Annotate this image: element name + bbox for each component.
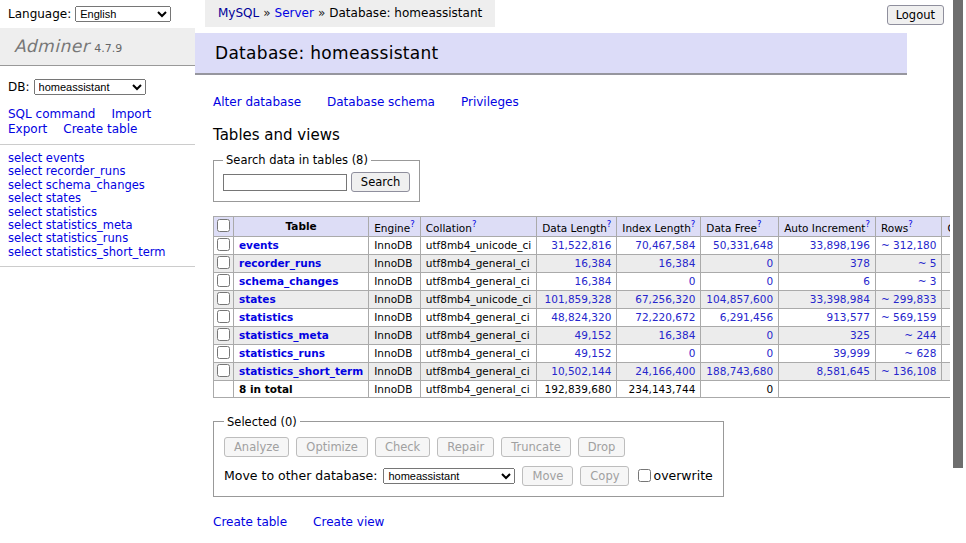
table-name-link[interactable]: statistics_runs	[239, 347, 325, 359]
sidebar-table-link[interactable]: select statistics_meta	[8, 219, 195, 231]
column-header-label: Auto Increment	[784, 222, 865, 234]
sidebar-table-link[interactable]: select events	[8, 152, 195, 164]
data-free-cell: 0	[701, 326, 779, 344]
rows-cell: ~ 628	[875, 344, 942, 362]
bulk-actions: AnalyzeOptimizeCheckRepairTruncateDrop	[224, 437, 713, 457]
column-header: Data Length?	[537, 217, 617, 237]
table-name-link[interactable]: statistics_short_term	[239, 365, 363, 377]
collation-cell: utf8mb4_general_ci	[420, 344, 536, 362]
search-input[interactable]	[223, 174, 347, 191]
table-name-link[interactable]: schema_changes	[239, 275, 339, 287]
column-help-link[interactable]: ?	[472, 219, 477, 229]
total-label: 8 in total	[234, 380, 369, 397]
row-checkbox[interactable]	[217, 328, 230, 341]
select-all-checkbox[interactable]	[217, 219, 230, 232]
row-checkbox[interactable]	[217, 238, 230, 251]
row-checkbox[interactable]	[217, 346, 230, 359]
db-select[interactable]: homeassistant	[34, 79, 146, 95]
create-link[interactable]: Create view	[313, 515, 384, 529]
sidebar-table-link[interactable]: select statistics	[8, 206, 195, 218]
column-help-link[interactable]: ?	[908, 219, 913, 229]
column-header-label: Data Length	[542, 222, 607, 234]
overwrite-checkbox[interactable]	[638, 469, 651, 482]
data-length-cell: 101,859,328	[537, 290, 617, 308]
sidebar-table-link[interactable]: select recorder_runs	[8, 165, 195, 177]
row-checkbox[interactable]	[217, 274, 230, 287]
move-db-select[interactable]: homeassistant	[383, 468, 515, 484]
column-header: Data Free?	[701, 217, 779, 237]
sidebar-table-list: select eventsselect recorder_runsselect …	[0, 152, 195, 258]
table-name-link[interactable]: statistics	[239, 311, 293, 323]
column-header-label: Engine	[374, 222, 410, 234]
table-name-link[interactable]: statistics_meta	[239, 329, 329, 341]
index-length-cell: 72,220,672	[617, 308, 701, 326]
table-name-link[interactable]: states	[239, 293, 276, 305]
page-title: Database: homeassistant	[195, 33, 907, 75]
engine-cell: InnoDB	[369, 308, 421, 326]
table-name-link[interactable]: recorder_runs	[239, 257, 321, 269]
sidebar-link[interactable]: Export	[8, 122, 47, 136]
row-checkbox[interactable]	[217, 292, 230, 305]
column-help-link[interactable]: ?	[865, 219, 870, 229]
table-name-cell: recorder_runs	[234, 254, 369, 272]
engine-cell: InnoDB	[369, 362, 421, 380]
auto-increment-cell: 913,577	[779, 308, 876, 326]
sidebar-link[interactable]: Create table	[63, 122, 137, 136]
breadcrumb-server-type-link[interactable]: MySQL	[218, 6, 259, 20]
index-length-cell: 67,256,320	[617, 290, 701, 308]
logout-button[interactable]: Logout	[887, 5, 944, 25]
bulk-action-button: Drop	[578, 437, 626, 457]
create-links: Create tableCreate view	[213, 515, 907, 529]
column-help-link[interactable]: ?	[691, 219, 696, 229]
selected-legend: Selected (0)	[224, 415, 300, 429]
sidebar-link[interactable]: SQL command	[8, 107, 95, 121]
brand-version: 4.7.9	[94, 42, 122, 55]
scrollbar-thumb[interactable]	[953, 0, 963, 468]
move-label: Move to other database:	[224, 468, 377, 483]
sidebar-table-link[interactable]: select schema_changes	[8, 179, 195, 191]
table-row: statisticsInnoDButf8mb4_general_ci48,824…	[214, 308, 966, 326]
sidebar-link[interactable]: Import	[111, 107, 151, 121]
sidebar-table-link[interactable]: select states	[8, 192, 195, 204]
rows-cell: ~ 299,833	[875, 290, 942, 308]
vertical-scrollbar	[950, 0, 966, 543]
db-nav-link[interactable]: Alter database	[213, 95, 301, 109]
table-name-link[interactable]: events	[239, 239, 279, 251]
data-length-cell: 49,152	[537, 326, 617, 344]
sidebar: Language:English Adminer4.7.9 DB:homeass…	[0, 0, 195, 543]
table-name-cell: states	[234, 290, 369, 308]
search-fieldset: Search data in tables (8) Search	[213, 153, 420, 202]
overwrite-label: overwrite	[638, 468, 712, 483]
create-link[interactable]: Create table	[213, 515, 287, 529]
rows-cell: ~ 312,180	[875, 236, 942, 254]
column-help-link[interactable]: ?	[607, 219, 612, 229]
index-length-cell: 16,384	[617, 326, 701, 344]
engine-cell: InnoDB	[369, 290, 421, 308]
column-help-link[interactable]: ?	[410, 219, 415, 229]
breadcrumb-server-link[interactable]: Server	[275, 6, 314, 20]
column-help-link[interactable]: ?	[757, 219, 762, 229]
engine-cell: InnoDB	[369, 344, 421, 362]
db-nav-link[interactable]: Privileges	[461, 95, 519, 109]
bulk-action-button: Truncate	[501, 437, 571, 457]
breadcrumb-current: Database: homeassistant	[329, 6, 482, 20]
sidebar-table-link[interactable]: select statistics_short_term	[8, 246, 195, 258]
row-select-cell	[214, 326, 234, 344]
column-header-label: Data Free	[706, 222, 757, 234]
search-button[interactable]: Search	[351, 172, 411, 192]
auto-increment-cell: 378	[779, 254, 876, 272]
brand-name: Adminer	[14, 36, 89, 56]
column-header-label: Table	[286, 220, 317, 232]
sidebar-table-link[interactable]: select statistics_runs	[8, 232, 195, 244]
language-row: Language:English	[0, 0, 195, 28]
engine-cell: InnoDB	[369, 254, 421, 272]
row-select-cell	[214, 344, 234, 362]
row-checkbox[interactable]	[217, 256, 230, 269]
row-checkbox[interactable]	[217, 364, 230, 377]
collation-cell: utf8mb4_unicode_ci	[420, 236, 536, 254]
data-free-cell: 0	[701, 344, 779, 362]
row-select-cell	[214, 236, 234, 254]
row-checkbox[interactable]	[217, 310, 230, 323]
language-select[interactable]: English	[75, 6, 171, 22]
db-nav-link[interactable]: Database schema	[327, 95, 435, 109]
